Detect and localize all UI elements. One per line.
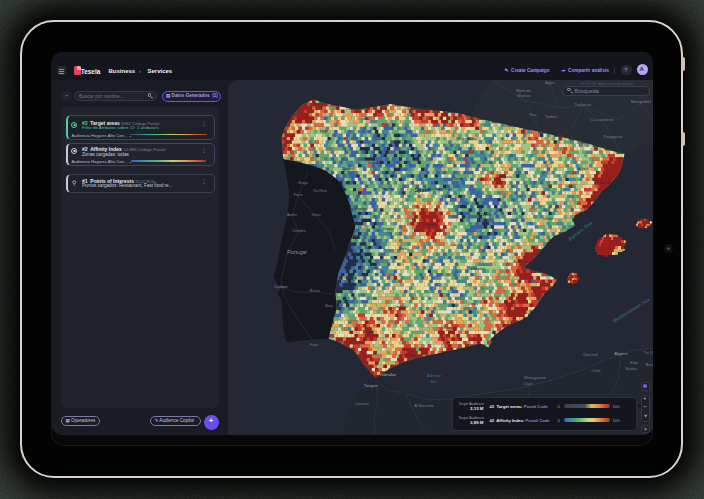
svg-text:Marsan: Marsan [517,93,530,98]
svg-text:NETWORK ■■ tiles-cdn ■ mapdata: NETWORK ■■ tiles-cdn ■ mapdata [580,82,633,86]
svg-text:Montpellier: Montpellier [630,99,651,104]
svg-text:Málaga: Málaga [403,353,416,357]
svg-text:Al Hoceima: Al Hoceima [414,404,434,408]
svg-text:Faro: Faro [310,343,318,347]
svg-text:Santander: Santander [407,107,425,111]
svg-text:Agen: Agen [545,80,554,85]
svg-text:Huesca: Huesca [576,167,590,171]
svg-text:Pamplona: Pamplona [459,137,477,141]
svg-text:Via Real: Via Real [313,189,327,193]
svg-text:Sea: Sea [430,379,438,384]
svg-text:Chlef: Chlef [591,369,601,373]
svg-text:Toulouse: Toulouse [574,102,591,107]
svg-text:Badajoz: Badajoz [343,276,357,280]
svg-text:Barcelona: Barcelona [599,181,617,185]
svg-text:Zamora: Zamora [341,167,355,171]
svg-text:C.Real: C.Real [370,267,382,271]
svg-text:Zaragoza: Zaragoza [495,175,512,179]
svg-text:Madrid: Madrid [424,223,436,227]
svg-text:Porto: Porto [293,193,302,197]
svg-text:Beja: Beja [325,304,333,308]
svg-text:Larache: Larache [355,402,369,406]
svg-text:Carcassonne: Carcassonne [590,117,614,122]
svg-text:Portugal: Portugal [287,249,306,255]
svg-text:Tarbes: Tarbes [544,113,556,118]
svg-text:Segovia: Segovia [381,187,396,191]
svg-text:Viseu: Viseu [311,213,320,217]
svg-text:Bouira: Bouira [645,363,652,367]
svg-text:Albacete: Albacete [470,267,485,271]
svg-text:Toledo: Toledo [382,227,393,231]
svg-text:Sevilla: Sevilla [362,330,374,334]
svg-text:Ávila: Ávila [398,247,407,251]
svg-text:Algiers: Algiers [614,351,628,356]
svg-text:Cherchell: Cherchell [582,353,597,357]
svg-text:Oviedo: Oviedo [356,117,368,121]
svg-text:Valladolid: Valladolid [367,161,383,165]
svg-text:Lugo: Lugo [319,129,327,133]
svg-text:Córdoba: Córdoba [392,305,407,309]
svg-text:Blida: Blida [630,360,638,364]
svg-text:Aveiro: Aveiro [286,213,296,217]
svg-text:Andorra: Andorra [578,143,592,147]
svg-text:Évora: Évora [310,288,321,293]
svg-text:Cuenca: Cuenca [449,243,463,247]
svg-text:Tizi Ouz: Tizi Ouz [643,351,653,355]
svg-text:Guadalajara: Guadalajara [427,187,449,191]
svg-text:Tangier: Tangier [363,383,378,388]
svg-text:Teruel: Teruel [480,213,490,217]
svg-text:Medea: Medea [625,367,636,371]
svg-text:Lorca: Lorca [468,302,478,306]
svg-text:Granada: Granada [442,326,458,330]
svg-text:Pau: Pau [529,112,536,117]
svg-text:Soria: Soria [453,177,463,181]
svg-text:Murcia: Murcia [504,301,516,305]
svg-text:Valencia: Valencia [512,260,527,264]
svg-text:Alboran: Alboran [426,373,442,378]
svg-text:Perpignan: Perpignan [603,134,623,139]
svg-text:Lleida: Lleida [542,217,553,221]
svg-text:Mostaganem: Mostaganem [524,375,546,379]
svg-text:Braga: Braga [298,181,308,185]
svg-text:Coimbra: Coimbra [292,229,306,233]
svg-text:Gibraltar: Gibraltar [379,372,396,377]
svg-text:Lisbon: Lisbon [274,284,287,289]
svg-text:Bilbao: Bilbao [425,107,436,111]
svg-text:Salamanca: Salamanca [348,207,368,211]
svg-text:Oran: Oran [523,381,532,386]
